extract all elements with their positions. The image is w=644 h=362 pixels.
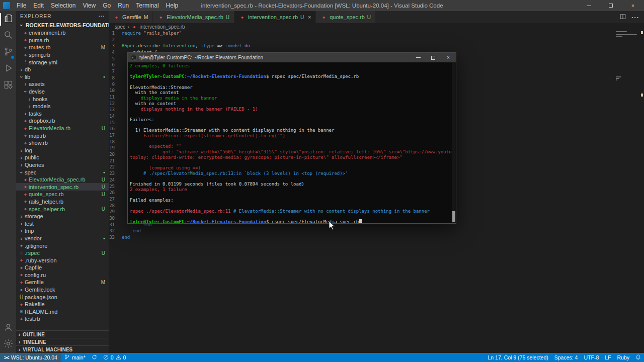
terminal-title-bar[interactable]: >_ tyler@Tyler-CustomPC: ~/Rocket-Elevat… [128, 53, 456, 62]
window-minimize-button[interactable] [578, 0, 600, 11]
tab-elevatormedia-spec-rb[interactable]: ◆ElevatorMedia_spec.rbU [153, 11, 234, 23]
tree-item-gemfile[interactable]: ◆GemfileM [16, 279, 109, 286]
chevron-right-icon: › [22, 111, 29, 117]
tree-item-lib[interactable]: ›lib● [16, 73, 109, 81]
tree-item-rails-helper-rb[interactable]: ◆rails_helper.rb [16, 198, 109, 206]
tree-item-assets[interactable]: ›assets [16, 80, 109, 88]
tree-item-tasks[interactable]: ›tasks [16, 110, 109, 118]
terminal-line: toplay; clipboard-write; encrypted-media… [130, 155, 451, 160]
tree-item-rakefile[interactable]: ◆Rakefile [16, 301, 109, 308]
breadcrumb-item[interactable]: spec [115, 24, 125, 30]
window-close-button[interactable]: × [622, 0, 644, 11]
tree-item-environment-rb[interactable]: ◆environment.rb [16, 29, 109, 37]
tree-item-intervention-spec-rb[interactable]: ◆intervention_spec.rbU [16, 183, 109, 191]
tree-item-elevatormedia-rb[interactable]: ◆ElevatorMedia.rbU [16, 125, 109, 132]
tree-item-storage-yml[interactable]: !storage.yml [16, 58, 109, 66]
tree-item-models[interactable]: ›models [16, 103, 109, 110]
tree-item-label: spec_helper.rb [29, 206, 100, 212]
terminal-scrollbar[interactable] [452, 62, 456, 223]
tree-item-devise[interactable]: ›devise [16, 88, 109, 96]
menu-file[interactable]: File [13, 0, 30, 11]
menu-run[interactable]: Run [114, 0, 132, 11]
activity-settings[interactable] [0, 336, 16, 353]
sync-button[interactable] [89, 353, 100, 362]
more-actions-icon[interactable]: ⋯ [98, 13, 105, 20]
status-cursor-position[interactable]: Ln 17, Col 9 (75 selected) [485, 353, 551, 362]
chevron-right-icon: › [18, 162, 25, 168]
tree-item-puma-rb[interactable]: ◆puma.rb [16, 37, 109, 44]
tree-item-spring-rb[interactable]: ◆spring.rb [16, 51, 109, 59]
tree-item-rspec[interactable]: ▫.rspecU [16, 249, 109, 257]
terminal-window[interactable]: >_ tyler@Tyler-CustomPC: ~/Rocket-Elevat… [127, 52, 456, 224]
more-actions-icon[interactable]: ⋯ [631, 13, 639, 22]
breadcrumb-item[interactable]: intervention_spec.rb [139, 24, 185, 30]
tree-item-test-rb[interactable]: ◆test.rb [16, 315, 109, 323]
tree-item-config-ru[interactable]: ◆config.ru [16, 272, 109, 279]
status-language-mode[interactable]: Ruby [614, 353, 632, 362]
tree-item-capfile[interactable]: ◆Capfile [16, 264, 109, 272]
panel-timeline[interactable]: ›TIMELINE [16, 338, 109, 345]
tree-item-dropbox-rb[interactable]: ◆dropbox.rb [16, 117, 109, 125]
tab-intervention-spec-rb[interactable]: ◆intervention_spec.rbU× [234, 11, 316, 23]
terminal-output[interactable]: 2 examples, 0 failurestyler@Tyler-Custom… [128, 62, 456, 223]
tree-item-quote-spec-rb[interactable]: ◆quote_spec.rbU [16, 191, 109, 198]
tree-item-elevatormedia-spec-rb[interactable]: ◆ElevatorMedia_spec.rbU [16, 176, 109, 184]
menu-edit[interactable]: Edit [30, 0, 47, 11]
panel-outline[interactable]: ›OUTLINE [16, 330, 109, 338]
window-maximize-button[interactable] [600, 0, 622, 11]
remote-indicator[interactable]: ><WSL: Ubuntu-20.04 [0, 353, 61, 362]
close-tab-icon[interactable]: × [308, 15, 311, 20]
activity-explorer[interactable] [0, 11, 16, 28]
tree-item-vendor[interactable]: ›vendor● [16, 235, 109, 242]
workspace-root[interactable]: › ROCKET-ELEVATORS-FOUNDATION [WSL: UBU.… [16, 21, 109, 29]
tree-item-gitignore[interactable]: ◈.gitignore [16, 242, 109, 249]
menu-view[interactable]: View [79, 0, 99, 11]
menu-terminal[interactable]: Terminal [132, 0, 162, 11]
tree-item-public[interactable]: ›public [16, 154, 109, 161]
terminal-maximize-button[interactable] [426, 53, 441, 62]
minimap[interactable] [615, 30, 639, 101]
tree-item-label: devise [29, 88, 109, 95]
breadcrumb[interactable]: spec›◆intervention_spec.rb [109, 23, 644, 30]
activity-source-control[interactable] [0, 44, 16, 61]
tree-item-ruby-version[interactable]: ◆.ruby-version [16, 256, 109, 264]
menu-go[interactable]: Go [99, 0, 114, 11]
scrollbar-thumb[interactable] [452, 211, 455, 222]
tree-item-map-rb[interactable]: ◆map.rb [16, 132, 109, 139]
tab-quote-spec-rb[interactable]: ◆quote_spec.rbU [316, 11, 376, 23]
tree-item-gemfile-lock[interactable]: ▪Gemfile.lock [16, 286, 109, 294]
activity-search[interactable] [0, 28, 16, 44]
tree-item-label: rails_helper.rb [29, 199, 109, 205]
problems-indicator[interactable]: 00 [100, 353, 129, 362]
tree-item-log[interactable]: ›log [16, 147, 109, 154]
activity-extensions[interactable] [0, 77, 16, 94]
tree-item-package-json[interactable]: {}package.json [16, 293, 109, 301]
menu-selection[interactable]: Selection [47, 0, 79, 11]
status-encoding[interactable]: UTF-8 [581, 353, 602, 362]
tree-item-show-rb[interactable]: ◆show.rb [16, 139, 109, 147]
tree-item-routes-rb[interactable]: ◆routes.rbM [16, 44, 109, 51]
terminal-close-button[interactable]: × [441, 53, 456, 62]
split-editor-icon[interactable] [620, 13, 626, 22]
tree-item-spec[interactable]: ›spec● [16, 168, 109, 176]
panel-virtual-machines[interactable]: ›VIRTUAL MACHINES [16, 345, 109, 353]
notifications-bell[interactable] [632, 353, 644, 362]
activity-account[interactable] [0, 320, 16, 336]
ruby-file-icon: ◆ [18, 265, 25, 270]
menu-help[interactable]: Help [163, 0, 182, 11]
tree-item-readme-md[interactable]: ▣README.md [16, 308, 109, 316]
tree-item-test[interactable]: ›test [16, 220, 109, 227]
tab-gemfile[interactable]: ◆GemfileM [109, 11, 153, 23]
tree-item-tmp[interactable]: ›tmp [16, 227, 109, 235]
tree-item-hooks[interactable]: ›hooks [16, 95, 109, 103]
terminal-minimize-button[interactable] [411, 53, 426, 62]
tree-item-spec-helper-rb[interactable]: ◆spec_helper.rbU [16, 205, 109, 213]
tree-item-storage[interactable]: ›storage [16, 213, 109, 220]
tree-item-queries[interactable]: ›Queries [16, 161, 109, 169]
title-bar: FileEditSelectionViewGoRunTerminalHelp i… [0, 0, 644, 11]
status-indentation[interactable]: Spaces: 4 [551, 353, 581, 362]
status-eol[interactable]: LF [602, 353, 614, 362]
activity-run-debug[interactable] [0, 61, 16, 77]
branch-indicator[interactable]: main* [61, 353, 89, 362]
tree-item-db[interactable]: ›db [16, 66, 109, 73]
